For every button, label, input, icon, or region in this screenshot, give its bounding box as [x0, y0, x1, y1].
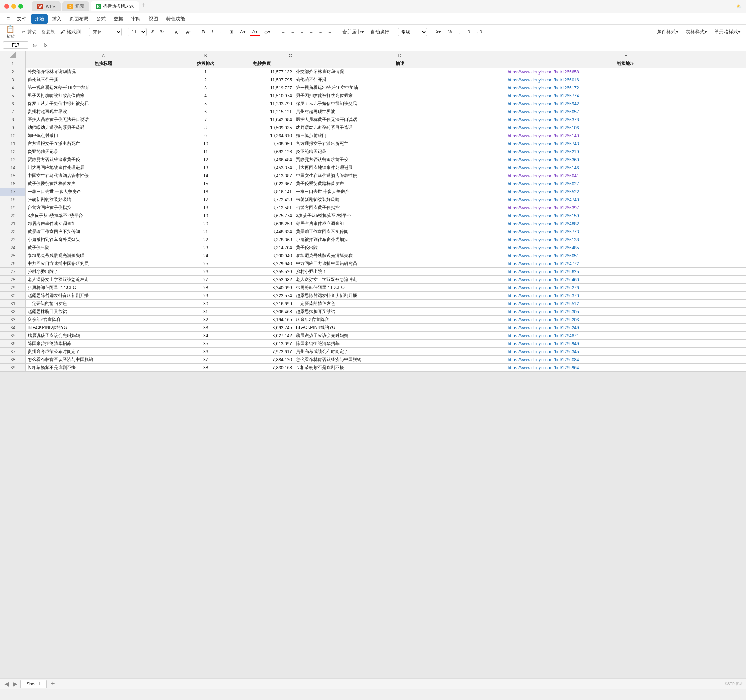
header-a[interactable]: 热搜标题: [26, 60, 180, 68]
cell-title-31[interactable]: 一定要染的情侣发色: [26, 300, 180, 308]
cell-desc-10[interactable]: 姆巴佩点射破门: [294, 132, 506, 140]
cell-url-14[interactable]: https://www.douyin.com/hot/1266146: [506, 164, 746, 172]
align-bottom-right-button[interactable]: ≡: [326, 28, 334, 36]
thousands-button[interactable]: ,: [456, 28, 462, 36]
cell-url-32[interactable]: https://www.douyin.com/hot/1265305: [506, 308, 746, 316]
cell-url-21[interactable]: https://www.douyin.com/hot/1264882: [506, 220, 746, 228]
cell-desc-31[interactable]: 一定要染的情侣发色: [294, 300, 506, 308]
cell-rank-9[interactable]: 8: [181, 124, 230, 132]
cell-rank-22[interactable]: 21: [181, 228, 230, 236]
cell-title-22[interactable]: 黄景瑜工作室回应不实传闻: [26, 228, 180, 236]
cell-heat-7[interactable]: 11,215,121: [230, 108, 294, 116]
paste-label[interactable]: 粘贴: [6, 33, 15, 39]
cell-url-19[interactable]: https://www.douyin.com/hot/1266397: [506, 204, 746, 212]
cell-url-28[interactable]: https://www.douyin.com/hot/1266460: [506, 276, 746, 284]
cell-rank-6[interactable]: 5: [181, 100, 230, 108]
row-num-22[interactable]: 22: [0, 228, 26, 236]
cell-desc-39[interactable]: 长相恭杨紫不是虐剧不接: [294, 364, 506, 372]
row-num-1[interactable]: 1: [0, 60, 26, 68]
cell-desc-12[interactable]: 炎亚纶聊天记录: [294, 148, 506, 156]
align-top-center-button[interactable]: ≡: [289, 28, 297, 36]
cell-rank-34[interactable]: 33: [181, 324, 230, 332]
cell-url-37[interactable]: https://www.douyin.com/hot/1266345: [506, 348, 746, 356]
row-num-27[interactable]: 27: [0, 268, 26, 276]
cell-title-25[interactable]: 泰坦尼克号残骸观光潜艇失联: [26, 252, 180, 260]
cell-heat-24[interactable]: 8,314,704: [230, 244, 294, 252]
align-top-left-button[interactable]: ≡: [279, 28, 287, 36]
row-num-13[interactable]: 13: [0, 156, 26, 164]
col-header-a[interactable]: A: [26, 51, 180, 60]
cell-title-2[interactable]: 外交部介绍林肯访华情况: [26, 68, 180, 76]
cell-desc-28[interactable]: 老人送孙女上学双双被急流冲走: [294, 276, 506, 284]
cell-desc-21[interactable]: 邻居占房事件成立调查组: [294, 220, 506, 228]
cell-rank-19[interactable]: 18: [181, 204, 230, 212]
row-num-2[interactable]: 2: [0, 68, 26, 76]
cell-heat-5[interactable]: 11,510,974: [230, 92, 294, 100]
cell-title-21[interactable]: 邻居占房事件成立调查组: [26, 220, 180, 228]
decimal-inc-button[interactable]: .0: [463, 28, 472, 36]
row-num-26[interactable]: 26: [0, 260, 26, 268]
add-sheet-button[interactable]: +: [48, 680, 58, 688]
align-bottom-center-button[interactable]: ≡: [317, 28, 325, 36]
cell-title-24[interactable]: 黄子佼出院: [26, 244, 180, 252]
cell-url-23[interactable]: https://www.douyin.com/hot/1266138: [506, 236, 746, 244]
cell-url-6[interactable]: https://www.douyin.com/hot/1265942: [506, 100, 746, 108]
cell-heat-12[interactable]: 9,682,126: [230, 148, 294, 156]
row-num-25[interactable]: 25: [0, 252, 26, 260]
row-num-36[interactable]: 36: [0, 340, 26, 348]
cell-title-36[interactable]: 陈国豪曾拒绝清华招募: [26, 340, 180, 348]
percent-button[interactable]: %: [445, 28, 454, 36]
cell-heat-26[interactable]: 8,279,940: [230, 260, 294, 268]
row-num-8[interactable]: 8: [0, 116, 26, 124]
merge-center-button[interactable]: 合并居中▾: [340, 28, 367, 36]
menu-review[interactable]: 审阅: [128, 14, 144, 24]
cell-heat-28[interactable]: 8,252,082: [230, 276, 294, 284]
row-num-28[interactable]: 28: [0, 276, 26, 284]
cell-heat-9[interactable]: 10,509,035: [230, 124, 294, 132]
cell-title-14[interactable]: 川大再回应地铁事件处理进展: [26, 164, 180, 172]
cell-rank-3[interactable]: 2: [181, 76, 230, 84]
cell-heat-34[interactable]: 8,092,745: [230, 324, 294, 332]
cell-url-2[interactable]: https://www.douyin.com/hot/1265658: [506, 68, 746, 76]
cell-rank-36[interactable]: 35: [181, 340, 230, 348]
col-header-c[interactable]: C: [230, 51, 294, 60]
cell-title-7[interactable]: 贵州村超再现世界波: [26, 108, 180, 116]
cell-heat-19[interactable]: 8,712,581: [230, 204, 294, 212]
row-num-35[interactable]: 35: [0, 332, 26, 340]
cell-heat-27[interactable]: 8,255,526: [230, 268, 294, 276]
cell-title-16[interactable]: 黄子佼爱徒黄路梓茵发声: [26, 180, 180, 188]
cell-style-button[interactable]: 单元格样式▾: [712, 28, 743, 36]
cell-rank-38[interactable]: 37: [181, 356, 230, 364]
cell-rank-39[interactable]: 38: [181, 364, 230, 372]
cell-url-5[interactable]: https://www.douyin.com/hot/1265774: [506, 92, 746, 100]
cell-url-17[interactable]: https://www.douyin.com/hot/1265522: [506, 188, 746, 196]
cell-desc-19[interactable]: 台警方回应黄子佼指控: [294, 204, 506, 212]
fill-color-button[interactable]: A▾: [238, 28, 248, 36]
row-num-7[interactable]: 7: [0, 108, 26, 116]
cell-url-4[interactable]: https://www.douyin.com/hot/1266172: [506, 84, 746, 92]
cell-desc-22[interactable]: 黄景瑜工作室回应不实传闻: [294, 228, 506, 236]
number-format-select[interactable]: 常规: [398, 28, 427, 36]
cell-desc-23[interactable]: 小鬼被拍到往车窗外丢烟头: [294, 236, 506, 244]
cell-url-30[interactable]: https://www.douyin.com/hot/1266370: [506, 292, 746, 300]
italic-button[interactable]: I: [209, 28, 216, 36]
cell-url-39[interactable]: https://www.douyin.com/hot/1265964: [506, 364, 746, 372]
cell-rank-30[interactable]: 29: [181, 292, 230, 300]
cell-heat-30[interactable]: 8,222,574: [230, 292, 294, 300]
next-sheet-button[interactable]: ▶: [12, 680, 19, 687]
cell-desc-29[interactable]: 张勇将卸任阿里巴巴CEO: [294, 284, 506, 292]
cell-desc-15[interactable]: 中国女生在马代遭酒店管家性侵: [294, 172, 506, 180]
cell-reference-input[interactable]: [3, 41, 29, 49]
cell-title-29[interactable]: 张勇将卸任阿里巴巴CEO: [26, 284, 180, 292]
copy-button[interactable]: ⎘ 复制: [40, 28, 58, 36]
cell-title-18[interactable]: 张萌新剧豹纹装好吸睛: [26, 196, 180, 204]
cell-desc-18[interactable]: 张萌新剧豹纹装好吸睛: [294, 196, 506, 204]
cell-rank-8[interactable]: 7: [181, 116, 230, 124]
cell-desc-35[interactable]: 魏晨说孩子应该会先叫妈妈: [294, 332, 506, 340]
row-num-31[interactable]: 31: [0, 300, 26, 308]
cell-heat-38[interactable]: 7,884,120: [230, 356, 294, 364]
cell-heat-36[interactable]: 8,013,097: [230, 340, 294, 348]
cell-title-6[interactable]: 保罗：从儿子短信中得知被交易: [26, 100, 180, 108]
cell-title-39[interactable]: 长相恭杨紫不是虐剧不接: [26, 364, 180, 372]
file-tab[interactable]: S 抖音热搜榜.xlsx: [90, 2, 139, 11]
